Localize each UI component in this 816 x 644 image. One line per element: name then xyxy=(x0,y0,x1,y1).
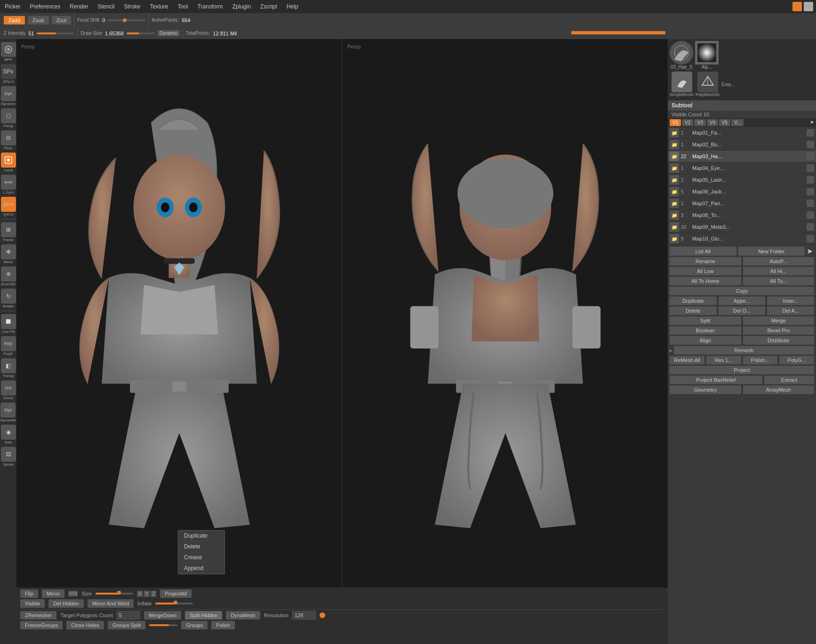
y-axis-btn[interactable]: Y xyxy=(144,591,150,597)
version-tab-v2[interactable]: V2 xyxy=(682,119,693,126)
subtool-arrow[interactable]: ➤ xyxy=(810,119,814,126)
solo-tool[interactable]: ◉ Solo xyxy=(1,424,16,444)
viewport-right[interactable]: Persp xyxy=(343,39,668,588)
zadd-button[interactable]: Zadd xyxy=(4,16,25,24)
dynamic-button[interactable]: Dynamic xyxy=(158,30,180,36)
resolution-input[interactable] xyxy=(292,611,316,620)
subtool-item-map05[interactable]: 📁 2 Map05_Lash... xyxy=(668,174,816,186)
qxyz-tool[interactable]: QXYz QXYz xyxy=(1,196,16,217)
list-all-button[interactable]: List All xyxy=(670,247,736,256)
groups-split-button[interactable]: Groups Split xyxy=(108,621,146,629)
subtool-visible-check[interactable] xyxy=(807,223,814,231)
frame-tool[interactable]: ⊞ Frame xyxy=(1,222,16,242)
subtool-visible-check[interactable] xyxy=(807,211,814,219)
simple-brush-icon[interactable] xyxy=(672,72,692,92)
remesh-button[interactable]: Remesh xyxy=(674,346,814,354)
transp-tool[interactable]: ◧ Transp xyxy=(1,358,16,378)
menu-stroke[interactable]: Stroke xyxy=(122,2,142,11)
rotate-tool[interactable]: ↻ Rotate xyxy=(1,288,16,308)
version-tab-v5[interactable]: V5 xyxy=(719,119,730,126)
project-bas-relief-button[interactable]: Project BasRelief xyxy=(670,376,762,384)
all-to-button[interactable]: All To... xyxy=(743,277,815,285)
project-button[interactable]: Project xyxy=(670,366,814,374)
color-swatch-orange[interactable] xyxy=(792,2,802,11)
viewport[interactable]: Persp xyxy=(16,39,668,588)
all-hi-button[interactable]: All Hi... xyxy=(743,267,815,275)
extract-button[interactable]: Extract xyxy=(764,376,814,384)
subtool-item-map04[interactable]: 📁 1 Map04_Eye... xyxy=(668,162,816,174)
subtool-item-map06[interactable]: 📁 5 Map06_Jack... xyxy=(668,186,816,198)
draw-size-slider[interactable] xyxy=(127,32,155,34)
spix-tool[interactable]: SPx SPix 0 xyxy=(1,64,16,84)
xpose-tool[interactable]: ⚄ Xpose xyxy=(1,446,16,467)
brush-preview[interactable] xyxy=(670,41,693,64)
merge-down-button[interactable]: MergeDown xyxy=(144,611,181,620)
menu-picker[interactable]: Picker xyxy=(3,2,22,11)
menu-stencil[interactable]: Stencil xyxy=(96,2,116,11)
zcut-button[interactable]: Zcut xyxy=(52,16,71,24)
merge-button[interactable]: Merge xyxy=(743,316,815,325)
bpr-tool[interactable]: BPR xyxy=(1,41,16,62)
subtool-item-map08[interactable]: 📁 3 Map08_To... xyxy=(668,209,816,221)
dynaside-tool[interactable]: Dys Dynaside xyxy=(0,402,16,422)
freeze-groups-button[interactable]: FreezeGroups xyxy=(20,621,63,629)
z-axis-btn[interactable]: Z xyxy=(151,591,156,597)
subtool-visible-check[interactable] xyxy=(807,200,814,207)
polyg-button[interactable]: PolyG... xyxy=(779,356,814,364)
subtool-visible-check[interactable] xyxy=(807,164,814,172)
bevel-pro-button[interactable]: Bevel Pro xyxy=(743,326,815,335)
subtool-header[interactable]: Subtool xyxy=(668,100,816,111)
subtool-item-map07[interactable]: 📁 1 Map07_Pan... xyxy=(668,198,816,209)
subtool-item-map02[interactable]: 📁 1 Map02_Bo... xyxy=(668,139,816,151)
slider-extra[interactable] xyxy=(149,624,177,626)
menu-transform[interactable]: Transform xyxy=(196,2,225,11)
dynamic-tool[interactable]: Dyn Dynamic xyxy=(1,86,16,106)
del-o-button[interactable]: Del O... xyxy=(719,306,766,315)
groups-button[interactable]: Groups xyxy=(181,621,208,629)
local-tool[interactable]: Local xyxy=(1,152,16,172)
version-tab-vmore[interactable]: V... xyxy=(731,119,744,126)
popup-delete[interactable]: Delete xyxy=(178,541,224,552)
boolean-button[interactable]: Boolean xyxy=(670,326,741,335)
split-hidden-button[interactable]: Split Hidden xyxy=(185,611,222,620)
all-to-home-button[interactable]: All To Home xyxy=(670,277,741,285)
mirror-and-weld-button[interactable]: Mirror And Weld xyxy=(88,599,134,608)
subtool-visible-check[interactable] xyxy=(807,129,814,137)
zsub-button[interactable]: Zsub xyxy=(28,16,48,24)
size-slider[interactable] xyxy=(96,593,133,595)
polyf-tool[interactable]: Poly PolyF xyxy=(1,336,16,356)
res1-button[interactable]: Res 1... xyxy=(706,356,741,364)
popup-crease[interactable]: Crease xyxy=(178,552,224,563)
linefill-tool[interactable]: ⬜ Line Fill xyxy=(1,314,16,334)
mirror-button[interactable]: Mirror xyxy=(42,589,65,598)
menu-zscript[interactable]: Zscript xyxy=(258,2,279,11)
ghost-tool[interactable]: Gst Ghost xyxy=(1,380,16,400)
subtool-item-map01[interactable]: 📁 1 Map01_Fa... xyxy=(668,127,816,139)
viewport-left[interactable]: Persp xyxy=(16,39,342,588)
menu-tool[interactable]: Tool xyxy=(176,2,190,11)
subtool-arrow-right[interactable]: ➤ xyxy=(807,247,814,256)
del-hidden-button[interactable]: Del Hidden xyxy=(48,599,83,608)
x-axis-btn[interactable]: X xyxy=(137,591,143,597)
lsym-tool[interactable]: ⟺ L.Sym xyxy=(1,174,16,194)
new-folder-button[interactable]: New Folder xyxy=(738,247,805,256)
menu-texture[interactable]: Texture xyxy=(148,2,170,11)
target-polygons-input[interactable] xyxy=(117,611,140,620)
menu-help[interactable]: Help xyxy=(285,2,300,11)
rename-button[interactable]: Rename xyxy=(670,257,741,266)
version-tab-v3[interactable]: V3 xyxy=(694,119,705,126)
floor-tool[interactable]: ⊟ Floor xyxy=(1,130,16,150)
align-button[interactable]: Align xyxy=(670,336,741,345)
popup-append[interactable]: Append xyxy=(178,563,224,574)
copy-button[interactable]: Copy xyxy=(670,287,814,295)
menu-zplugin[interactable]: Zplugin xyxy=(231,2,253,11)
inflate-slider[interactable] xyxy=(155,603,193,604)
polish-bottom-button[interactable]: Polish xyxy=(211,621,235,629)
array-mesh-button[interactable]: ArrayMesh xyxy=(743,386,815,394)
popup-duplicate[interactable]: Duplicate xyxy=(178,531,224,541)
subtool-item-map10[interactable]: 📁 9 Map10_Glo... xyxy=(668,233,816,245)
dyna-mesh-button[interactable]: DynaMesh xyxy=(226,611,260,620)
auto-button[interactable]: AutoP... xyxy=(743,257,815,266)
close-holes-button[interactable]: Close Holes xyxy=(66,621,104,629)
version-tab-v1[interactable]: V1 xyxy=(670,119,681,126)
